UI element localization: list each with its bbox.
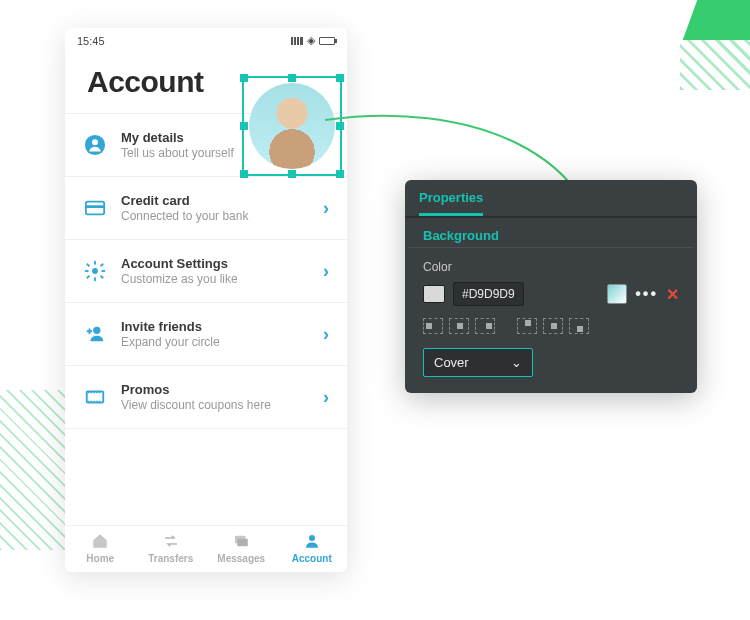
svg-rect-11 <box>100 263 104 267</box>
panel-tabs: Properties <box>405 180 697 218</box>
resize-handle-t[interactable] <box>288 74 296 82</box>
svg-rect-8 <box>101 270 105 272</box>
chevron-right-icon: › <box>323 324 329 345</box>
tab-account[interactable]: Account <box>277 532 348 564</box>
decoration-stripes <box>680 40 750 90</box>
resize-handle-br[interactable] <box>336 170 344 178</box>
svg-rect-3 <box>86 205 104 208</box>
svg-rect-10 <box>100 275 104 279</box>
row-credit-card[interactable]: Credit card Connected to your bank › <box>65 176 347 239</box>
row-account-settings[interactable]: Account Settings Customize as you like › <box>65 239 347 302</box>
tab-home[interactable]: Home <box>65 532 136 564</box>
wifi-icon: ◈ <box>307 34 315 47</box>
svg-rect-6 <box>94 277 96 281</box>
svg-rect-5 <box>94 261 96 265</box>
pos-bottom[interactable] <box>569 318 589 334</box>
row-subtitle: Connected to your bank <box>121 209 323 223</box>
svg-point-4 <box>92 268 98 274</box>
background-fit-select[interactable]: Cover ⌄ <box>423 348 533 377</box>
selection-box <box>242 76 342 176</box>
selected-element[interactable] <box>242 76 342 176</box>
gear-icon <box>83 259 107 283</box>
svg-point-17 <box>309 535 315 541</box>
battery-icon <box>319 37 335 45</box>
resize-handle-tr[interactable] <box>336 74 344 82</box>
svg-point-1 <box>92 139 98 145</box>
color-hex-input[interactable]: #D9D9D9 <box>453 282 524 306</box>
transfers-icon <box>161 532 181 550</box>
row-title: Credit card <box>121 193 323 208</box>
resize-handle-l[interactable] <box>240 122 248 130</box>
status-bar: 15:45 ◈ <box>65 28 347 47</box>
decoration-bottom-left <box>0 390 70 550</box>
tab-label: Account <box>292 553 332 564</box>
chevron-down-icon: ⌄ <box>511 355 522 370</box>
svg-rect-12 <box>86 275 90 279</box>
tab-label: Home <box>86 553 114 564</box>
background-position-grid <box>405 306 697 334</box>
resize-handle-tl[interactable] <box>240 74 248 82</box>
svg-rect-16 <box>238 539 249 547</box>
resize-handle-r[interactable] <box>336 122 344 130</box>
row-subtitle: View discount coupons here <box>121 398 323 412</box>
tab-label: Transfers <box>148 553 193 564</box>
add-user-icon <box>83 322 107 346</box>
row-subtitle: Customize as you like <box>121 272 323 286</box>
account-icon <box>302 532 322 550</box>
remove-image-button[interactable]: ✕ <box>666 285 679 304</box>
pos-right[interactable] <box>475 318 495 334</box>
color-label: Color <box>423 260 679 274</box>
decoration-top-right <box>683 0 750 40</box>
person-icon <box>83 133 107 157</box>
more-button[interactable]: ••• <box>635 285 658 303</box>
tab-bar: Home Transfers Messages Account <box>65 525 347 572</box>
row-promos[interactable]: Promos View discount coupons here › <box>65 365 347 429</box>
clock: 15:45 <box>77 35 105 47</box>
row-subtitle: Expand your circle <box>121 335 323 349</box>
chevron-right-icon: › <box>323 198 329 219</box>
chevron-right-icon: › <box>323 261 329 282</box>
svg-point-13 <box>93 327 100 334</box>
properties-panel: Properties Background Color #D9D9D9 ••• … <box>405 180 697 393</box>
pos-top[interactable] <box>517 318 537 334</box>
pos-center-v[interactable] <box>543 318 563 334</box>
section-background[interactable]: Background <box>409 218 693 248</box>
messages-icon <box>231 532 251 550</box>
row-title: Invite friends <box>121 319 323 334</box>
tab-label: Messages <box>217 553 265 564</box>
credit-card-icon <box>83 196 107 220</box>
resize-handle-bl[interactable] <box>240 170 248 178</box>
signal-icon <box>291 37 303 45</box>
svg-rect-9 <box>86 263 90 267</box>
pos-left[interactable] <box>423 318 443 334</box>
home-icon <box>90 532 110 550</box>
panel-tab-properties[interactable]: Properties <box>419 190 483 216</box>
fit-value: Cover <box>434 355 469 370</box>
pos-center-h[interactable] <box>449 318 469 334</box>
color-swatch[interactable] <box>423 285 445 303</box>
tab-transfers[interactable]: Transfers <box>136 532 207 564</box>
background-image-thumb[interactable] <box>607 284 627 304</box>
row-invite-friends[interactable]: Invite friends Expand your circle › <box>65 302 347 365</box>
tab-messages[interactable]: Messages <box>206 532 277 564</box>
chevron-right-icon: › <box>323 387 329 408</box>
svg-rect-7 <box>85 270 89 272</box>
resize-handle-b[interactable] <box>288 170 296 178</box>
row-title: Account Settings <box>121 256 323 271</box>
coupon-icon <box>83 385 107 409</box>
row-title: Promos <box>121 382 323 397</box>
